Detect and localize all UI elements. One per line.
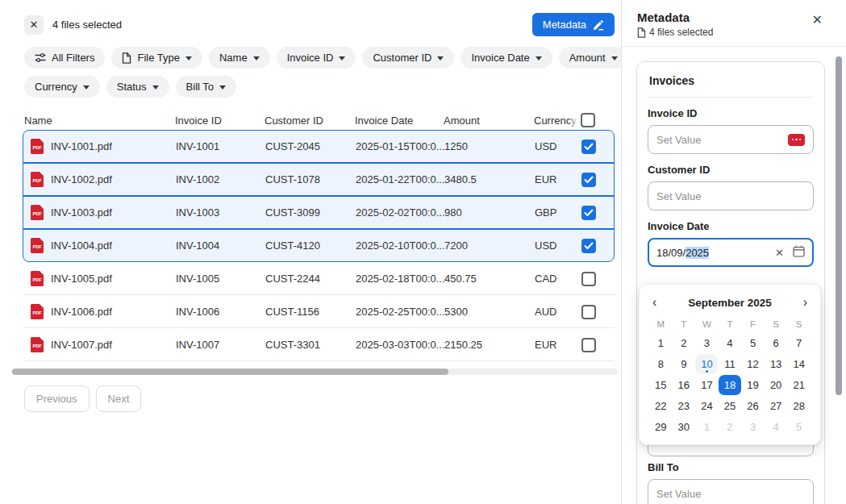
column-header-currency[interactable]: Currency [534,115,579,127]
column-header-amount[interactable]: Amount [444,115,534,127]
calendar-day-22[interactable]: 22 [649,396,672,416]
calendar-day-15[interactable]: 15 [649,375,672,395]
metadata-button[interactable]: Metadata [532,13,615,36]
close-icon: ✕ [30,19,39,31]
calendar-day-21[interactable]: 21 [788,375,811,395]
filter-chip-invoice-date[interactable]: Invoice Date [461,47,552,69]
invoice-date-input[interactable]: 18/09/2025 ✕ [648,238,814,267]
filter-chip-currency[interactable]: Currency [24,76,100,98]
previous-page-button[interactable]: Previous [24,385,90,412]
app-window: ✕ 4 files selected Metadata All FiltersF… [0,0,846,504]
chevron-down-icon [536,56,542,60]
calendar-day-8[interactable]: 8 [649,354,672,374]
calendar-day-4[interactable]: 4 [719,333,741,353]
calendar-day-20[interactable]: 20 [765,375,787,395]
pdf-file-icon: PDF [31,205,44,220]
customer-id-label: Customer ID [648,164,814,176]
cell-amount: 450.75 [444,273,535,285]
filter-chip-amount[interactable]: Amount [559,47,628,69]
calendar-day-27[interactable]: 27 [765,396,787,416]
filter-chip-bill-to[interactable]: Bill To [176,76,236,98]
pdf-icon-label: PDF [32,244,42,249]
bill-to-input[interactable]: Set Value [648,479,814,504]
column-header-invoice-date[interactable]: Invoice Date [355,115,444,127]
cell-invoice-id: INV-1001 [176,140,265,152]
calendar-day-18[interactable]: 18 [719,375,741,395]
filter-chip-file-type[interactable]: File Type [111,47,202,69]
customer-id-input[interactable]: Set Value [648,181,814,210]
row-checkbox[interactable] [581,272,596,286]
calendar-day-6[interactable]: 6 [765,333,787,353]
row-checkbox[interactable] [581,305,596,319]
row-checkbox[interactable] [581,206,596,220]
calendar-day-24[interactable]: 24 [695,396,718,416]
table-row[interactable]: PDF INV-1006.pdf INV-1006 CUST-1156 2025… [23,295,615,328]
cell-invoice-id: INV-1006 [176,306,265,318]
calendar-day-2-next-month[interactable]: 2 [719,417,741,437]
row-checkbox[interactable] [581,239,596,253]
calendar-day-7[interactable]: 7 [788,333,811,353]
clear-selection-button[interactable]: ✕ [24,15,44,35]
column-header-customer-id[interactable]: Customer ID [265,115,355,127]
calendar-day-10[interactable]: 10 [695,354,718,374]
chevron-down-icon [152,85,159,90]
next-month-button[interactable]: › [800,296,811,309]
calendar-day-30[interactable]: 30 [673,417,695,437]
sliders-icon [35,52,46,63]
calendar-day-29[interactable]: 29 [649,417,672,437]
next-page-button[interactable]: Next [96,385,142,412]
filter-chip-status[interactable]: Status [106,76,169,98]
column-header-invoice-id[interactable]: Invoice ID [175,115,265,127]
multiple-values-badge-icon[interactable] [788,134,805,146]
clear-date-icon[interactable]: ✕ [775,248,784,258]
filter-chip-invoice-id[interactable]: Invoice ID [277,47,356,69]
row-checkbox[interactable] [581,140,596,154]
calendar-day-5[interactable]: 5 [742,333,765,353]
calendar-day-16[interactable]: 16 [673,375,695,395]
filter-chip-name[interactable]: Name [209,47,270,69]
calendar-day-3-next-month[interactable]: 3 [742,417,765,437]
table-row[interactable]: PDF INV-1003.pdf INV-1003 CUST-3099 2025… [23,196,615,229]
table-row[interactable]: PDF INV-1001.pdf INV-1001 CUST-2045 2025… [23,130,615,163]
filter-chip-all-filters[interactable]: All Filters [24,47,105,69]
table-row[interactable]: PDF INV-1007.pdf INV-1007 CUST-3301 2025… [23,328,615,361]
filter-chip-label: Bill To [186,81,214,93]
calendar-day-2[interactable]: 2 [673,333,695,353]
calendar-day-26[interactable]: 26 [742,396,765,416]
file-icon [637,27,646,38]
table-row[interactable]: PDF INV-1004.pdf INV-1004 CUST-4120 2025… [23,229,615,262]
calendar-day-12[interactable]: 12 [742,354,765,374]
calendar-day-14[interactable]: 14 [788,354,811,374]
calendar-day-28[interactable]: 28 [788,396,811,416]
calendar-day-11[interactable]: 11 [719,354,741,374]
previous-month-button[interactable]: ‹ [649,296,660,309]
column-header-name[interactable]: Name [24,115,175,127]
filter-chip-label: Currency [35,81,77,93]
panel-vertical-scrollbar-thumb[interactable] [836,56,842,395]
calendar-day-4-next-month[interactable]: 4 [765,417,787,437]
cell-invoice-date: 2025-02-18T00:0... [356,273,444,285]
calendar-day-5-next-month[interactable]: 5 [788,417,811,437]
invoice-id-input[interactable]: Set Value [648,125,814,154]
calendar-day-19[interactable]: 19 [742,375,765,395]
calendar-day-1-next-month[interactable]: 1 [695,417,718,437]
chevron-down-icon [185,56,192,60]
calendar-day-1[interactable]: 1 [649,333,672,353]
row-checkbox[interactable] [581,338,596,352]
calendar-day-13[interactable]: 13 [765,354,787,374]
calendar-day-3[interactable]: 3 [695,333,718,353]
panel-close-button[interactable]: ✕ [811,10,824,29]
calendar-day-25[interactable]: 25 [719,396,741,416]
cell-invoice-date: 2025-02-10T00:0... [356,240,444,252]
calendar-day-17[interactable]: 17 [695,375,718,395]
select-all-checkbox[interactable] [581,113,595,127]
calendar-icon[interactable] [793,245,805,260]
horizontal-scrollbar-thumb[interactable] [12,369,448,375]
calendar-day-23[interactable]: 23 [673,396,695,416]
row-checkbox[interactable] [581,173,596,187]
table-row[interactable]: PDF INV-1002.pdf INV-1002 CUST-1078 2025… [23,163,615,196]
calendar-day-9[interactable]: 9 [673,354,695,374]
filter-chip-customer-id[interactable]: Customer ID [362,47,454,69]
file-name: INV-1005.pdf [51,273,112,285]
table-row[interactable]: PDF INV-1005.pdf INV-1005 CUST-2244 2025… [23,262,615,295]
